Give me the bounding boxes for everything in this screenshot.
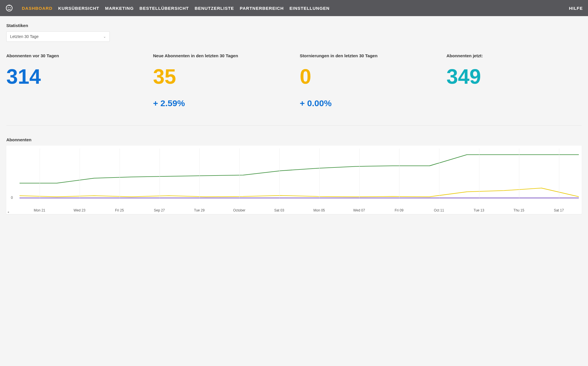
stat-value: 35 (153, 66, 289, 87)
stat-label: Abonnenten vor 30 Tagen (6, 53, 142, 58)
svg-point-1 (8, 7, 9, 8)
app-logo (5, 4, 13, 12)
page-content: Statistiken Letzten 30 Tage ⌄ Abonnenten… (0, 16, 588, 221)
stat-label: Abonnenten jetzt: (447, 53, 582, 58)
date-range-value: Letzten 30 Tage (10, 34, 39, 39)
stat-delta: + 2.59% (153, 98, 289, 108)
stat-label: Neue Abonnenten in den letzten 30 Tagen (153, 53, 289, 58)
nav-dashboard[interactable]: DASHBOARD (22, 6, 53, 11)
stat-now: Abonnenten jetzt: 349 (447, 53, 582, 108)
x-axis-label: October (219, 208, 259, 212)
stat-value: 0 (300, 66, 435, 87)
svg-point-2 (10, 7, 11, 8)
x-axis-label: Tue 13 (459, 208, 499, 212)
scroll-left-icon[interactable]: ◂ (7, 210, 9, 214)
nav-benutzerliste[interactable]: BENUTZERLISTE (195, 6, 234, 11)
nav-hilfe[interactable]: HILFE (569, 6, 583, 11)
x-axis-label: Fri 09 (379, 208, 419, 212)
x-axis-label: Wed 23 (59, 208, 99, 212)
nav-partnerbereich[interactable]: PARTNERBEREICH (240, 6, 284, 11)
y-axis-tick: 0 (11, 196, 13, 200)
svg-point-0 (6, 5, 12, 11)
x-axis-label: Sat 03 (259, 208, 299, 212)
stat-value: 349 (447, 66, 582, 87)
nav-einstellungen[interactable]: EINSTELLUNGEN (289, 6, 330, 11)
x-axis-label: Sep 27 (139, 208, 179, 212)
subscribers-chart: 0 Mon 21Wed 23Fri 25Sep 27Tue 29OctoberS… (6, 146, 582, 214)
stats-title: Statistiken (6, 23, 582, 28)
x-axis-label: Mon 05 (299, 208, 339, 212)
x-axis-label: Tue 29 (179, 208, 219, 212)
x-axis-label: Wed 07 (339, 208, 379, 212)
stat-delta: + 0.00% (300, 98, 435, 108)
x-axis-label: Sat 17 (539, 208, 579, 212)
stat-cancel-30: Stornierungen in den letzten 30 Tagen 0 … (300, 53, 435, 108)
nav-marketing[interactable]: MARKETING (105, 6, 134, 11)
nav-items: DASHBOARD KURSÜBERSICHT MARKETING BESTEL… (22, 6, 569, 11)
x-axis-label: Mon 21 (20, 208, 59, 212)
x-axis-label: Oct 11 (419, 208, 459, 212)
stats-row: Abonnenten vor 30 Tagen 314 Neue Abonnen… (6, 53, 582, 126)
x-axis-labels: Mon 21Wed 23Fri 25Sep 27Tue 29OctoberSat… (20, 206, 579, 213)
top-navbar: DASHBOARD KURSÜBERSICHT MARKETING BESTEL… (0, 0, 588, 16)
x-axis-label: Thu 15 (499, 208, 539, 212)
nav-right: HILFE (569, 6, 583, 11)
stat-label: Stornierungen in den letzten 30 Tagen (300, 53, 435, 58)
stat-value: 314 (6, 66, 142, 87)
nav-kursuebersicht[interactable]: KURSÜBERSICHT (58, 6, 99, 11)
chevron-down-icon: ⌄ (103, 35, 106, 39)
x-axis-label: Fri 25 (99, 208, 139, 212)
chart-plot-area: 0 (20, 148, 579, 206)
date-range-select[interactable]: Letzten 30 Tage ⌄ (6, 31, 110, 42)
stat-new-30: Neue Abonnenten in den letzten 30 Tagen … (153, 53, 289, 108)
stat-before-30: Abonnenten vor 30 Tagen 314 (6, 53, 142, 108)
chart-lines (20, 148, 579, 206)
nav-bestelluebersicht[interactable]: BESTELLÜBERSICHT (139, 6, 189, 11)
chart-title: Abonnenten (6, 137, 582, 142)
